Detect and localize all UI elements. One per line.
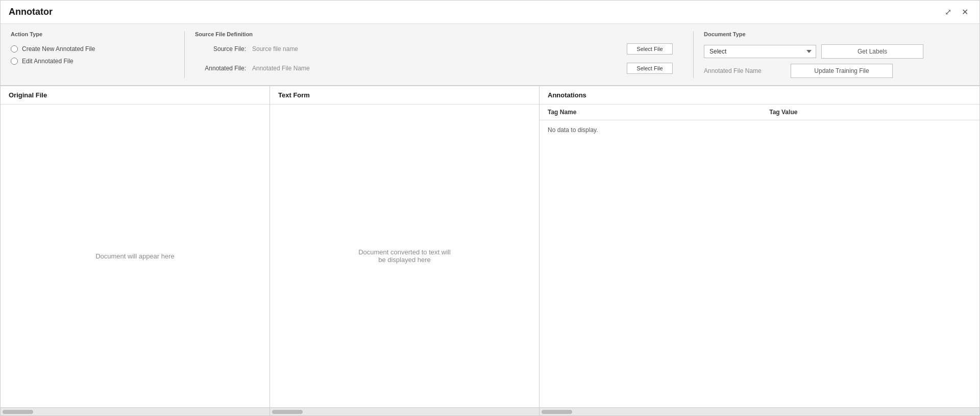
annotations-table: Tag Name Tag Value No data to display. [540,105,979,140]
doc-type-annotated-file-name: Annotated File Name [704,67,786,74]
source-file-row: Source File: Source file name Select Fil… [195,43,673,55]
original-file-panel-header: Original File [1,86,270,105]
tag-value-column-header: Tag Value [761,105,979,120]
annotations-panel-header: Annotations [540,86,979,105]
annotations-table-header-row: Tag Name Tag Value [540,105,979,120]
doc-type-section: Document Type Select Option A Option B G… [704,31,969,78]
annotations-panel: Annotations Tag Name Tag Value No data t… [540,86,979,415]
no-data-row: No data to display. [540,120,979,140]
radio-create-input[interactable] [11,45,18,53]
divider-1 [184,31,185,78]
radio-group: Create New Annotated File Edit Annotated… [11,45,164,65]
action-buttons-2: Update Training File [791,64,893,78]
annotated-file-name-row: Annotated File Name Update Training File [704,64,969,78]
text-form-scroll-thumb[interactable] [272,410,303,414]
title-bar: Annotator ⤢ ✕ [1,1,979,24]
action-type-section: Action Type Create New Annotated File Ed… [11,31,174,65]
close-button[interactable]: ✕ [959,7,971,17]
title-bar-left: Annotator [9,7,53,17]
app-window: Annotator ⤢ ✕ Action Type Create New Ann… [0,0,980,416]
title-bar-controls: ⤢ ✕ [942,7,971,17]
radio-create-label: Create New Annotated File [22,45,95,53]
source-file-select-btn[interactable]: Select File [627,43,673,55]
source-file-section: Source File Definition Source File: Sour… [195,31,683,78]
update-training-btn[interactable]: Update Training File [791,64,893,78]
main-content: Original File Document will appear here … [1,86,979,415]
annotations-scroll[interactable] [540,407,979,415]
original-file-scroll-thumb[interactable] [3,410,33,414]
radio-edit-input[interactable] [11,58,18,65]
text-form-scroll[interactable] [270,407,539,415]
get-labels-btn[interactable]: Get Labels [821,44,923,59]
radio-create[interactable]: Create New Annotated File [11,45,164,53]
app-title: Annotator [9,7,53,17]
action-type-label: Action Type [11,31,164,37]
text-form-panel: Text Form Document converted to text wil… [270,86,540,415]
annotated-file-label: Annotated File: [195,65,246,72]
original-file-panel: Original File Document will appear here [1,86,270,415]
no-data-cell: No data to display. [540,120,979,140]
text-form-placeholder: Document converted to text willbe displa… [358,248,451,264]
source-file-section-label: Source File Definition [195,31,673,37]
expand-button[interactable]: ⤢ [942,7,954,17]
doc-type-row: Select Option A Option B Get Labels [704,44,969,59]
annotations-panel-body: Tag Name Tag Value No data to display. [540,105,979,407]
annotated-file-name: Annotated File Name [252,65,621,72]
original-file-placeholder: Document will appear here [95,252,175,260]
source-file-label: Source File: [195,45,246,53]
annotated-file-row: Annotated File: Annotated File Name Sele… [195,63,673,74]
text-form-panel-body: Document converted to text willbe displa… [270,105,539,407]
radio-edit-label: Edit Annotated File [22,58,74,65]
doc-type-section-label: Document Type [704,31,969,37]
config-panel: Action Type Create New Annotated File Ed… [1,24,979,86]
original-file-panel-body: Document will appear here [1,105,270,407]
annotations-scroll-thumb[interactable] [542,410,572,414]
divider-2 [693,31,694,78]
source-file-name: Source file name [252,45,621,53]
doc-type-select[interactable]: Select Option A Option B [704,45,816,58]
text-form-panel-header: Text Form [270,86,539,105]
annotated-file-select-btn[interactable]: Select File [627,63,673,74]
action-buttons: Get Labels [821,44,923,59]
radio-edit[interactable]: Edit Annotated File [11,58,164,65]
tag-name-column-header: Tag Name [540,105,761,120]
original-file-scroll[interactable] [1,407,270,415]
